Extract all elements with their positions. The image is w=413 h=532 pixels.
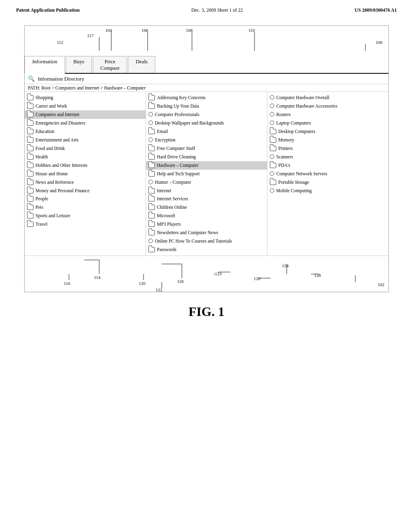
item-label: Online PC How To Courses and Tutorials: [155, 238, 232, 244]
item-label: Portable Storage: [278, 179, 309, 185]
item-label: Travel: [35, 221, 48, 227]
list-item[interactable]: Travel: [25, 220, 146, 229]
tab-price-compare[interactable]: PriceCompare: [93, 56, 127, 73]
list-item[interactable]: Pets: [25, 203, 146, 212]
list-item[interactable]: Computer Hardware Overall: [267, 94, 388, 102]
list-item[interactable]: Portable Storage: [267, 178, 388, 187]
list-item[interactable]: Career and Work: [25, 102, 146, 110]
page-header: Patent Application Publication Dec. 3, 2…: [0, 0, 413, 17]
circle-icon: [270, 154, 274, 159]
list-item[interactable]: Desktop Wallpaper and Backgrounds: [146, 119, 267, 127]
list-item[interactable]: Backing Up Your Data: [146, 102, 267, 110]
item-label: Desktop Wallpaper and Backgrounds: [155, 120, 224, 126]
item-label: Memory: [278, 137, 294, 143]
folder-icon: [148, 196, 155, 202]
path-text: PATH: Root > Computers and Internet > Ha…: [28, 85, 146, 90]
ref-128-label: 128: [314, 273, 321, 278]
list-item[interactable]: Computers and Internet: [25, 110, 146, 119]
list-item[interactable]: Free Computer Stuff: [146, 144, 267, 153]
list-item[interactable]: PDA's: [267, 161, 388, 170]
list-item[interactable]: Hardware – Computer: [146, 161, 267, 170]
content-columns: ShoppingCareer and WorkComputers and Int…: [25, 92, 388, 256]
tab-information[interactable]: Information: [25, 56, 65, 74]
folder-icon: [27, 163, 33, 168]
item-label: Pets: [35, 204, 43, 210]
item-label: Hardware – Computer: [157, 162, 198, 168]
folder-icon: [27, 188, 33, 193]
list-item[interactable]: Health: [25, 153, 146, 161]
tab-deals[interactable]: Deals: [128, 56, 155, 73]
list-item[interactable]: Humor – Computer: [146, 178, 267, 187]
list-item[interactable]: Newsletters and Computer News: [146, 229, 267, 237]
list-item[interactable]: Desktop Computers: [267, 127, 388, 136]
tab-bar: Information Buys PriceCompare Deals: [25, 56, 388, 74]
list-item[interactable]: Microsoft: [146, 212, 267, 220]
item-label: Education: [35, 129, 54, 135]
list-item[interactable]: Shopping: [25, 94, 146, 102]
list-item[interactable]: Laptop Computers: [267, 119, 388, 127]
list-item[interactable]: Help and Tech Support: [146, 170, 267, 178]
item-label: Computer Network Servers: [276, 171, 327, 177]
list-item[interactable]: MP3 Players: [146, 220, 267, 229]
item-label: Career and Work: [35, 103, 67, 109]
list-item[interactable]: Computer Professionals: [146, 110, 267, 119]
folder-icon: [270, 163, 276, 168]
list-item[interactable]: Entertainment and Arts: [25, 136, 146, 144]
item-label: Shopping: [35, 95, 53, 101]
list-item[interactable]: Sports and Leisure: [25, 212, 146, 220]
list-item[interactable]: Encryption: [146, 136, 267, 144]
item-label: Computer Professionals: [155, 112, 199, 118]
folder-icon: [148, 129, 155, 134]
list-item[interactable]: Online PC How To Courses and Tutorials: [146, 237, 267, 245]
list-item[interactable]: Food and Drink: [25, 144, 146, 153]
folder-icon: [27, 213, 33, 218]
ref-123-label: ›123: [213, 271, 221, 276]
list-item[interactable]: Computer Hardware Accessories: [267, 102, 388, 110]
list-item[interactable]: News and Reference: [25, 178, 146, 187]
tab-buys[interactable]: Buys: [66, 56, 92, 73]
list-item[interactable]: Hobbies and Other Interests: [25, 161, 146, 170]
list-item[interactable]: Education: [25, 127, 146, 136]
list-item[interactable]: Scanners: [267, 153, 388, 161]
folder-icon: [27, 196, 33, 202]
circle-icon: [148, 239, 153, 243]
item-label: Internet Services: [157, 196, 188, 202]
list-item[interactable]: Printers: [267, 144, 388, 153]
list-item[interactable]: Routers: [267, 110, 388, 119]
diagram-container: 117 104 106 108 110 112 100 Information …: [24, 25, 389, 292]
item-label: Microsoft: [157, 213, 175, 219]
list-item[interactable]: Hard Drive Cleaning: [146, 153, 267, 161]
header-left: Patent Application Publication: [16, 7, 79, 13]
list-item[interactable]: House and Home: [25, 170, 146, 178]
folder-icon: [27, 104, 33, 109]
item-label: Encryption: [155, 137, 175, 143]
list-item[interactable]: People: [25, 195, 146, 203]
folder-open-icon: [148, 163, 155, 168]
list-item[interactable]: Computer Network Servers: [267, 170, 388, 178]
list-item[interactable]: Money and Personal Finance: [25, 187, 146, 195]
info-dir-label: Information Directory: [38, 76, 84, 82]
figure-label: FIG. 1: [0, 304, 413, 319]
item-label: Desktop Computers: [278, 129, 315, 135]
folder-icon: [270, 137, 276, 143]
list-item[interactable]: Memory: [267, 136, 388, 144]
list-item[interactable]: Internet: [146, 187, 267, 195]
search-icon: 🔍: [28, 75, 35, 82]
folder-icon: [27, 171, 33, 177]
item-label: Free Computer Stuff: [157, 145, 195, 152]
column-2: Addressing Key ConcernsBacking Up Your D…: [146, 92, 267, 256]
list-item[interactable]: Children Online: [146, 203, 267, 212]
list-item[interactable]: Email: [146, 127, 267, 136]
column-1: ShoppingCareer and WorkComputers and Int…: [25, 92, 146, 256]
item-label: Scanners: [276, 154, 293, 160]
list-item[interactable]: Internet Services: [146, 195, 267, 203]
circle-icon: [270, 171, 274, 176]
list-item[interactable]: Emergencies and Disasters: [25, 119, 146, 127]
folder-icon: [148, 146, 155, 151]
list-item[interactable]: Addressing Key Concerns: [146, 94, 267, 102]
folder-icon: [27, 154, 33, 160]
ref-arrows-top: [25, 26, 388, 56]
list-item[interactable]: Mobile Computing: [267, 187, 388, 195]
folder-icon: [148, 230, 155, 235]
list-item[interactable]: Passwords: [146, 245, 267, 254]
